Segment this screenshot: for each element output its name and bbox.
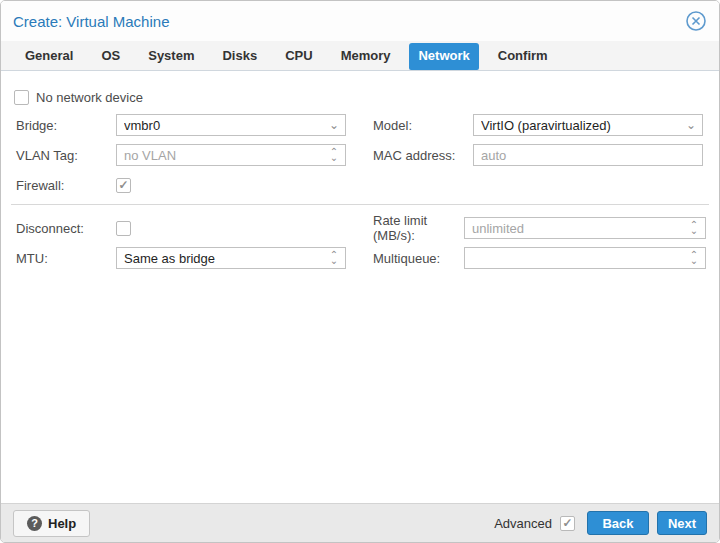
spinner-arrows-icon[interactable]: ⌃ ⌄ xyxy=(685,252,703,264)
advanced-checkbox[interactable]: ✓ xyxy=(560,516,575,531)
dialog-footer: ? Help Advanced ✓ Back Next xyxy=(1,503,719,542)
help-button-label: Help xyxy=(48,516,76,531)
close-icon[interactable] xyxy=(685,10,707,32)
model-combo[interactable]: ⌄ xyxy=(473,114,703,136)
spinner-arrows-icon[interactable]: ⌃ ⌄ xyxy=(325,252,343,264)
model-label: Model: xyxy=(373,118,473,133)
chevron-down-icon[interactable]: ⌄ xyxy=(325,119,343,131)
spinner-down-icon[interactable]: ⌄ xyxy=(330,258,338,264)
no-network-device-label: No network device xyxy=(36,90,143,105)
bridge-combo[interactable]: ⌄ xyxy=(116,114,346,136)
tab-memory[interactable]: Memory xyxy=(332,43,400,69)
bridge-input[interactable] xyxy=(124,115,325,135)
tab-general[interactable]: General xyxy=(16,43,82,69)
vlan-tag-label: VLAN Tag: xyxy=(16,148,116,163)
network-form: No network device Bridge: ⌄ Model: ⌄ xyxy=(1,71,719,503)
bridge-label: Bridge: xyxy=(16,118,116,133)
mtu-input[interactable] xyxy=(124,248,325,268)
chevron-down-icon[interactable]: ⌄ xyxy=(682,119,700,131)
rate-limit-input[interactable] xyxy=(472,218,685,238)
mac-address-field[interactable] xyxy=(473,144,703,166)
help-button[interactable]: ? Help xyxy=(13,510,90,537)
model-input[interactable] xyxy=(481,115,682,135)
tab-system[interactable]: System xyxy=(139,43,203,69)
help-icon: ? xyxy=(27,516,42,531)
advanced-label: Advanced xyxy=(494,516,552,531)
spinner-arrows-icon[interactable]: ⌃ ⌄ xyxy=(325,149,343,161)
firewall-label: Firewall: xyxy=(16,178,116,193)
tab-network[interactable]: Network xyxy=(409,43,478,70)
disconnect-label: Disconnect: xyxy=(16,221,116,236)
back-button[interactable]: Back xyxy=(587,511,649,535)
dialog-header: Create: Virtual Machine xyxy=(1,1,719,41)
mac-address-label: MAC address: xyxy=(373,148,473,163)
tab-disks[interactable]: Disks xyxy=(213,43,266,69)
spinner-down-icon[interactable]: ⌄ xyxy=(330,155,338,161)
tab-os[interactable]: OS xyxy=(92,43,129,69)
firewall-checkbox[interactable]: ✓ xyxy=(116,178,131,193)
checkmark-glyph: ✓ xyxy=(562,517,572,529)
vlan-tag-spinner[interactable]: ⌃ ⌄ xyxy=(116,144,346,166)
tab-bar: General OS System Disks CPU Memory Netwo… xyxy=(1,41,719,71)
vlan-tag-input[interactable] xyxy=(124,145,325,165)
rate-limit-spinner[interactable]: ⌃ ⌄ xyxy=(464,217,706,239)
multiqueue-spinner[interactable]: ⌃ ⌄ xyxy=(464,247,706,269)
mtu-label: MTU: xyxy=(16,251,116,266)
spinner-arrows-icon[interactable]: ⌃ ⌄ xyxy=(685,222,703,234)
spinner-down-icon[interactable]: ⌄ xyxy=(690,258,698,264)
disconnect-checkbox[interactable] xyxy=(116,221,131,236)
spinner-down-icon[interactable]: ⌄ xyxy=(690,228,698,234)
no-network-device-checkbox[interactable] xyxy=(14,90,29,105)
tab-confirm[interactable]: Confirm xyxy=(489,43,557,69)
rate-limit-label: Rate limit (MB/s): xyxy=(373,213,464,243)
mtu-spinner[interactable]: ⌃ ⌄ xyxy=(116,247,346,269)
tab-cpu[interactable]: CPU xyxy=(276,43,321,69)
create-vm-dialog: Create: Virtual Machine General OS Syste… xyxy=(0,0,720,543)
multiqueue-input[interactable] xyxy=(472,248,685,268)
multiqueue-label: Multiqueue: xyxy=(373,251,464,266)
section-divider xyxy=(11,204,709,205)
mac-address-input[interactable] xyxy=(481,145,700,165)
page-title: Create: Virtual Machine xyxy=(13,13,169,30)
next-button[interactable]: Next xyxy=(657,511,707,535)
checkmark-glyph: ✓ xyxy=(118,179,128,191)
